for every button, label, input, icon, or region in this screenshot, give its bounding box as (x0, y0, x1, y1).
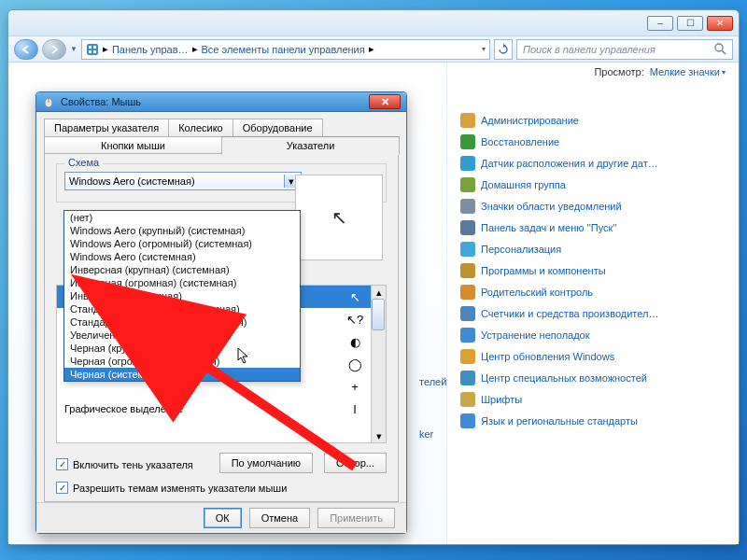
item-label: Язык и региональные стандарты (481, 415, 638, 427)
nav-forward-button[interactable] (42, 39, 66, 60)
control-panel-item[interactable]: Счетчики и средства производител… (460, 306, 726, 321)
control-panel-item[interactable]: Центр обновления Windows (460, 349, 726, 364)
item-icon (460, 285, 475, 300)
item-label: Родительский контроль (481, 287, 593, 298)
cursor-icon: ↖ (346, 291, 363, 303)
pointer-list-row[interactable]: Графическое выделениеI (57, 398, 386, 420)
refresh-button[interactable] (494, 39, 513, 60)
dropdown-option[interactable]: Стандартная (огромная) (системная) (64, 315, 300, 329)
dropdown-option[interactable]: Черная (огромная) (системная) (64, 355, 300, 368)
scheme-dropdown-list[interactable]: (нет)Windows Aero (крупный) (системная)W… (63, 210, 301, 382)
item-label: Центр обновления Windows (481, 351, 614, 362)
item-icon (460, 134, 475, 149)
chevron-right-icon: ▸ (192, 43, 198, 55)
tab[interactable]: Оборудование (233, 119, 323, 136)
control-panel-item[interactable]: Шрифты (460, 392, 726, 407)
refresh-icon (498, 44, 509, 55)
control-panel-item[interactable]: Панель задач и меню ''Пуск'' (460, 220, 726, 235)
browse-button[interactable]: Обзор... (324, 453, 387, 473)
tab[interactable]: Колесико (168, 119, 233, 136)
tab[interactable]: Параметры указателя (44, 119, 169, 136)
scheme-selected-value: Windows Aero (системная) (69, 175, 195, 187)
arrow-left-icon (21, 44, 32, 55)
address-bar[interactable]: ▸ Панель управ… ▸ Все элементы панели уп… (81, 39, 490, 60)
item-icon (460, 328, 475, 343)
dropdown-option[interactable]: Черная (крупная) (системная) (64, 342, 300, 355)
dialog-button-row: ОК Отмена Применить (36, 502, 406, 533)
checkbox-label: Включить тень указателя (73, 459, 193, 470)
view-by-label: Просмотр: (594, 66, 643, 77)
item-label: Панель задач и меню ''Пуск'' (481, 222, 617, 233)
allow-themes-checkbox[interactable]: ✓ Разрешить темам изменять указатели мыш… (56, 482, 287, 494)
dropdown-option[interactable]: Стандартная (крупная) (системная) (64, 302, 300, 315)
nav-history-dropdown[interactable]: ▼ (70, 45, 78, 53)
dropdown-option[interactable]: Инверсная (огромная) (системная) (64, 276, 300, 289)
scroll-thumb[interactable] (372, 299, 385, 330)
control-panel-item[interactable]: Устранение неполадок (460, 328, 726, 343)
minimize-button[interactable]: – (647, 16, 673, 31)
control-panel-item[interactable]: Восстановление (460, 134, 726, 149)
dropdown-option[interactable]: Увеличенная (системная) (64, 329, 300, 342)
tab[interactable]: Указатели (221, 136, 400, 155)
dropdown-option[interactable]: Инверсная (системная) (64, 289, 300, 302)
maximize-button[interactable]: ☐ (677, 16, 703, 31)
dropdown-option[interactable]: Инверсная (крупная) (системная) (64, 263, 300, 276)
cancel-button[interactable]: Отмена (249, 508, 310, 528)
dialog-titlebar[interactable]: Свойства: Мышь ✕ (36, 92, 406, 112)
scrollbar[interactable]: ▴ ▾ (371, 286, 386, 442)
breadcrumb-item-2[interactable]: Все элементы панели управления (202, 44, 365, 55)
item-label: Персонализация (481, 244, 561, 255)
item-label: Домашняя группа (481, 179, 566, 190)
dialog-close-button[interactable]: ✕ (369, 94, 401, 109)
control-panel-item[interactable]: Центр специальных возможностей (460, 371, 726, 385)
ok-button[interactable]: ОК (204, 508, 242, 528)
search-input[interactable]: Поиск в панели управления (516, 39, 733, 60)
item-icon (460, 306, 475, 321)
control-panel-item[interactable]: Родительский контроль (460, 285, 726, 300)
close-button[interactable]: ✕ (707, 16, 733, 31)
breadcrumb-item-1[interactable]: Панель управ… (112, 44, 189, 55)
dropdown-option[interactable]: Windows Aero (крупный) (системная) (64, 224, 300, 237)
svg-point-5 (715, 44, 723, 51)
control-panel-item[interactable]: Датчик расположения и другие дат… (460, 156, 726, 171)
item-label: Центр специальных возможностей (481, 372, 647, 384)
item-label: Счетчики и средства производител… (481, 308, 658, 319)
control-panel-item[interactable]: Домашняя группа (460, 177, 726, 192)
defaults-button[interactable]: По умолчанию (219, 453, 313, 473)
dropdown-option[interactable]: (нет) (64, 211, 300, 224)
item-icon (460, 199, 475, 214)
search-placeholder: Поиск в панели управления (523, 44, 655, 55)
view-by-dropdown[interactable]: Мелкие значки ▾ (650, 66, 726, 77)
item-label: Устранение неполадок (481, 329, 590, 341)
item-icon (460, 392, 475, 407)
item-icon (460, 220, 475, 235)
dropdown-option[interactable]: Windows Aero (огромный) (системная) (64, 237, 300, 250)
item-label: Администрирование (481, 115, 579, 126)
chevron-down-icon: ▾ (722, 68, 726, 77)
pointer-row-label: Графическое выделение (64, 403, 183, 414)
control-panel-item[interactable]: Программы и компоненты (460, 263, 726, 278)
control-panel-items: АдминистрированиеВосстановлениеДатчик ра… (460, 113, 726, 428)
control-panel-item[interactable]: Администрирование (460, 113, 726, 128)
tab[interactable]: Кнопки мыши (44, 136, 222, 155)
scheme-combobox[interactable]: Windows Aero (системная) ▾ (64, 172, 302, 190)
scroll-up-button[interactable]: ▴ (372, 286, 386, 299)
control-panel-item[interactable]: Язык и региональные стандарты (460, 413, 726, 428)
arrow-right-icon (49, 44, 60, 55)
dropdown-option[interactable]: Windows Aero (системная) (64, 250, 300, 263)
address-dropdown[interactable]: ▾ (482, 45, 486, 53)
nav-back-button[interactable] (14, 39, 38, 60)
dropdown-option[interactable]: Черная (системная) (64, 368, 300, 381)
scroll-down-button[interactable]: ▾ (372, 429, 386, 442)
enable-shadow-checkbox[interactable]: ✓ Включить тень указателя (56, 458, 193, 470)
item-icon (460, 263, 475, 278)
control-panel-icon (86, 43, 99, 56)
item-label: Восстановление (481, 136, 559, 147)
control-panel-item[interactable]: Персонализация (460, 242, 726, 257)
item-icon (460, 242, 475, 257)
item-icon (460, 371, 475, 385)
item-icon (460, 349, 475, 364)
control-panel-item[interactable]: Значки области уведомлений (460, 199, 726, 214)
explorer-navbar: ▼ ▸ Панель управ… ▸ Все элементы панели … (8, 36, 739, 63)
apply-button[interactable]: Применить (317, 508, 395, 528)
